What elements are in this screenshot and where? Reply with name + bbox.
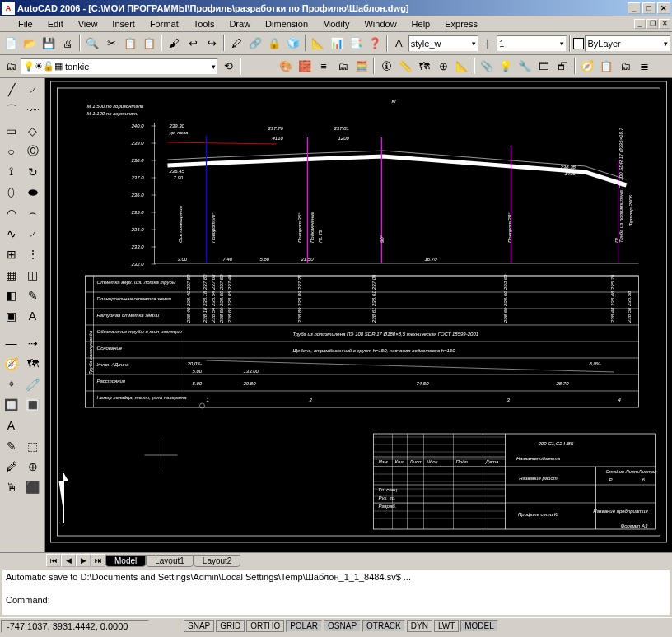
menu-help[interactable]: Help xyxy=(405,17,437,30)
tab-model[interactable]: Model xyxy=(105,555,146,567)
menu-tools[interactable]: Tools xyxy=(187,17,222,30)
modify-tool-1[interactable]: ⇢ xyxy=(22,332,43,353)
draw-tool-2-0[interactable]: ▭ xyxy=(1,120,21,141)
mdi-close[interactable]: ✕ xyxy=(659,19,670,29)
draw-tool-4-1[interactable]: ↻ xyxy=(22,161,43,182)
status-model[interactable]: MODEL xyxy=(460,620,498,632)
prop-tool-9[interactable]: 📐 xyxy=(453,58,471,76)
prop-tool-11[interactable]: 💡 xyxy=(497,58,515,76)
draw-tool-5-1[interactable]: ⬬ xyxy=(22,182,43,202)
draw-tool-9-1[interactable]: ◫ xyxy=(22,264,43,285)
layer-prev-icon[interactable]: ⟲ xyxy=(219,58,237,76)
dimstyle-combo[interactable]: 1 xyxy=(497,35,567,52)
prop-tool-16[interactable]: 📋 xyxy=(597,58,615,76)
modify-tool-9[interactable] xyxy=(22,415,43,435)
modify-tool-12[interactable]: 🖉 xyxy=(1,456,21,477)
prop-tool-10[interactable]: 📎 xyxy=(478,58,496,76)
draw-tool-9-0[interactable]: ▦ xyxy=(1,264,21,285)
draw-tool-6-1[interactable]: ⌢ xyxy=(22,202,43,223)
draw-tool-6-0[interactable]: ◠ xyxy=(1,202,21,223)
menu-window[interactable]: Window xyxy=(357,17,403,30)
status-snap[interactable]: SNAP xyxy=(184,620,214,632)
modify-tool-3[interactable]: 🗺 xyxy=(22,353,43,374)
std-tool-17[interactable]: 📑 xyxy=(347,35,365,53)
std-tool-2[interactable]: 💾 xyxy=(40,35,58,53)
status-otrack[interactable]: OTRACK xyxy=(362,620,405,632)
draw-tool-2-1[interactable]: ◇ xyxy=(22,120,43,141)
std-tool-10[interactable]: ↪ xyxy=(203,35,221,53)
menu-insert[interactable]: Insert xyxy=(105,17,142,30)
menu-file[interactable]: File xyxy=(12,17,40,30)
std-tool-14[interactable]: 🧊 xyxy=(284,35,302,53)
draw-tool-8-1[interactable]: ⋮ xyxy=(22,244,43,264)
prop-tool-17[interactable]: 🗂 xyxy=(616,58,634,76)
modify-tool-2[interactable]: 🧭 xyxy=(1,353,21,374)
std-tool-18[interactable]: ❓ xyxy=(366,35,384,53)
draw-tool-3-1[interactable]: Ⓞ xyxy=(22,141,43,161)
prop-tool-12[interactable]: 🔧 xyxy=(516,58,534,76)
mdi-restore[interactable]: ❐ xyxy=(646,19,658,29)
color-swatch[interactable] xyxy=(573,38,584,49)
draw-tool-11-1[interactable]: A xyxy=(22,305,43,326)
draw-tool-0-0[interactable]: ╱ xyxy=(1,79,21,100)
std-tool-11[interactable]: 🖊 xyxy=(227,35,245,53)
modify-tool-4[interactable]: ⌖ xyxy=(1,374,21,394)
draw-tool-8-0[interactable]: ⊞ xyxy=(1,244,21,264)
maximize-button[interactable]: □ xyxy=(642,2,656,14)
status-polar[interactable]: POLAR xyxy=(286,620,322,632)
std-tool-12[interactable]: 🔗 xyxy=(246,35,264,53)
menu-view[interactable]: View xyxy=(72,17,105,30)
textstyle-combo[interactable]: style_w xyxy=(408,35,478,52)
draw-tool-1-1[interactable]: 〰 xyxy=(22,100,43,120)
prop-tool-8[interactable]: ⊕ xyxy=(434,58,452,76)
modify-tool-14[interactable]: 🖱 xyxy=(1,477,21,497)
draw-tool-5-0[interactable]: ⬯ xyxy=(1,182,21,202)
draw-tool-10-0[interactable]: ◧ xyxy=(1,285,21,305)
tab-next[interactable]: ▶ xyxy=(76,554,91,567)
status-lwt[interactable]: LWT xyxy=(434,620,459,632)
std-tool-8[interactable]: 🖌 xyxy=(165,35,183,53)
modify-tool-10[interactable]: ✎ xyxy=(1,435,21,456)
drawing-canvas[interactable]: М 1:500 по горизонтали М 1:100 по вертик… xyxy=(45,78,672,552)
status-dyn[interactable]: DYN xyxy=(407,620,432,632)
draw-tool-1-0[interactable]: ⌒ xyxy=(1,100,21,120)
prop-tool-3[interactable]: 🗂 xyxy=(334,58,352,76)
prop-tool-0[interactable]: 🎨 xyxy=(277,58,295,76)
command-line[interactable]: Automatic save to D:\Documents and Setti… xyxy=(2,570,670,616)
draw-tool-4-0[interactable]: ⟟ xyxy=(1,161,21,182)
modify-tool-8[interactable]: A xyxy=(1,415,21,435)
modify-tool-11[interactable]: ⬚ xyxy=(22,435,43,456)
draw-tool-3-0[interactable]: ○ xyxy=(1,141,21,161)
menu-format[interactable]: Format xyxy=(143,17,185,30)
dimstyle-icon[interactable]: ⟊ xyxy=(479,35,497,53)
std-tool-6[interactable]: 📋 xyxy=(121,35,139,53)
modify-tool-7[interactable]: 🔳 xyxy=(22,394,43,415)
modify-tool-5[interactable]: 🧷 xyxy=(22,374,43,394)
status-grid[interactable]: GRID xyxy=(216,620,245,632)
menu-edit[interactable]: Edit xyxy=(41,17,70,30)
status-osnap[interactable]: OSNAP xyxy=(324,620,361,632)
prop-tool-14[interactable]: 🗗 xyxy=(553,58,572,76)
layer-manager-icon[interactable]: 🗂 xyxy=(2,58,20,76)
modify-tool-0[interactable]: — xyxy=(1,332,21,353)
prop-tool-13[interactable]: 🗔 xyxy=(534,58,553,76)
std-tool-4[interactable]: 🔍 xyxy=(83,35,101,53)
tab-first[interactable]: ⏮ xyxy=(46,554,61,567)
std-tool-3[interactable]: 🖨 xyxy=(58,35,77,53)
tab-layout2[interactable]: Layout2 xyxy=(194,555,241,567)
minimize-button[interactable]: _ xyxy=(628,2,641,14)
std-tool-5[interactable]: ✂ xyxy=(102,35,120,53)
std-tool-16[interactable]: 📊 xyxy=(328,35,346,53)
menu-draw[interactable]: Draw xyxy=(222,17,257,30)
std-tool-1[interactable]: 📂 xyxy=(21,35,39,53)
modify-tool-6[interactable]: 🔲 xyxy=(1,394,21,415)
modify-tool-15[interactable]: ⬛ xyxy=(22,477,43,497)
std-tool-9[interactable]: ↩ xyxy=(184,35,202,53)
std-tool-15[interactable]: 📐 xyxy=(309,35,327,53)
draw-tool-7-1[interactable]: ⟋ xyxy=(22,223,43,244)
std-tool-0[interactable]: 📄 xyxy=(2,35,20,53)
prop-tool-15[interactable]: 🧭 xyxy=(578,58,596,76)
prop-tool-7[interactable]: 🗺 xyxy=(415,58,433,76)
tab-prev[interactable]: ◀ xyxy=(61,554,76,567)
prop-tool-18[interactable]: ≣ xyxy=(635,58,653,76)
